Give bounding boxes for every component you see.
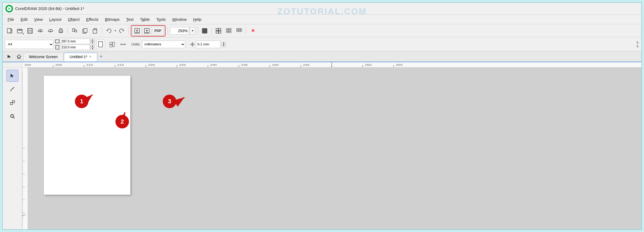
height-input[interactable]: [60, 45, 90, 50]
sep1: [68, 27, 68, 35]
nudge-input[interactable]: [196, 41, 220, 48]
width-down[interactable]: ▼: [90, 41, 95, 44]
zoom-dropdown[interactable]: ▾: [190, 27, 195, 35]
svg-text:225: 225: [179, 64, 186, 66]
svg-rect-25: [216, 28, 218, 31]
menu-bitmaps[interactable]: Bitmaps: [102, 16, 122, 23]
pdf-button[interactable]: PDF: [152, 26, 164, 35]
svg-rect-45: [110, 45, 112, 47]
select-tool[interactable]: [6, 70, 18, 82]
page-size-select[interactable]: A4 A3 Letter: [5, 40, 54, 49]
svg-rect-5: [28, 28, 32, 30]
canvas-area: 175: [3, 68, 641, 229]
svg-rect-40: [240, 30, 242, 32]
svg-rect-15: [84, 28, 87, 32]
svg-text:200: 200: [24, 64, 31, 66]
cut-icon[interactable]: [70, 26, 79, 35]
grid-button[interactable]: [214, 26, 223, 35]
tab-add-button[interactable]: +: [98, 53, 104, 60]
copy-icon[interactable]: [80, 26, 89, 35]
paste-icon[interactable]: [91, 26, 100, 35]
svg-rect-42: [56, 45, 59, 49]
menu-effects[interactable]: Effects: [84, 16, 101, 23]
svg-text:255: 255: [396, 64, 403, 66]
svg-rect-28: [219, 31, 221, 33]
svg-rect-31: [226, 32, 228, 33]
freehand-tool[interactable]: [6, 83, 18, 95]
svg-text:230: 230: [210, 64, 217, 66]
svg-text:235: 235: [241, 64, 248, 66]
view-full-button[interactable]: [200, 26, 209, 35]
menu-text[interactable]: Text: [124, 16, 137, 23]
height-spinners: ▲ ▼: [90, 45, 95, 50]
nudge-group: ▲ ▼: [190, 41, 226, 48]
title-text: CorelDRAW 2020 (64-Bit) - Untitled-1*: [15, 6, 84, 11]
title-bar: CorelDRAW 2020 (64-Bit) - Untitled-1* ZO…: [3, 3, 641, 15]
toolbar1: + ▾: [3, 24, 641, 37]
undo-dropdown[interactable]: ▾: [115, 29, 116, 32]
tab-close-icon[interactable]: ✕: [89, 55, 92, 59]
nudge-up[interactable]: ▲: [221, 42, 226, 44]
home-button[interactable]: [15, 52, 23, 61]
redo-button[interactable]: [117, 26, 126, 35]
ruler-row: 200 205 210 215 220 225 230 235 240 245: [3, 62, 641, 68]
menu-window[interactable]: Window: [170, 16, 189, 23]
import-pdf-group: PDF: [131, 25, 165, 37]
menu-file[interactable]: File: [5, 16, 17, 23]
menu-tools[interactable]: Tools: [154, 16, 168, 23]
ruler-vertical: 175: [22, 68, 28, 229]
tool-selector[interactable]: [5, 52, 14, 61]
svg-rect-38: [237, 30, 238, 32]
snap-group: 5. 5.: [637, 41, 639, 48]
tab-document[interactable]: Untitled-1* ✕: [64, 53, 97, 61]
close-button[interactable]: ✕: [248, 26, 257, 35]
zoom-tool[interactable]: [6, 110, 18, 122]
new-button[interactable]: +: [5, 26, 14, 35]
svg-rect-37: [240, 28, 242, 30]
page-options-button[interactable]: [108, 40, 117, 49]
zoom-input[interactable]: [170, 27, 189, 35]
cloud-download-button[interactable]: [46, 26, 55, 35]
snap-y-value: 5.: [637, 45, 639, 48]
annotation-1: 1: [75, 95, 88, 108]
sep4: [168, 27, 168, 35]
save-button[interactable]: [25, 26, 35, 35]
height-down[interactable]: ▼: [90, 47, 95, 50]
pdf-label: PDF: [154, 29, 161, 33]
menu-edit[interactable]: Edit: [18, 16, 30, 23]
canvas-content[interactable]: 1 2 3: [28, 68, 641, 229]
cloud-upload-button[interactable]: [36, 26, 45, 35]
zoom-group: ▾: [170, 27, 195, 35]
width-input[interactable]: [60, 39, 90, 44]
svg-line-87: [13, 117, 15, 118]
svg-rect-84: [12, 101, 15, 103]
import-up-button[interactable]: [142, 26, 151, 35]
grid2-button[interactable]: [224, 26, 233, 35]
menu-layout[interactable]: Layout: [47, 16, 64, 23]
undo-button[interactable]: [104, 26, 114, 35]
portrait-button[interactable]: [96, 40, 105, 49]
tab-welcome[interactable]: Welcome Screen: [23, 53, 63, 61]
transform-tool[interactable]: [6, 97, 18, 109]
tab-bar: Welcome Screen Untitled-1* ✕ +: [3, 51, 641, 62]
open-button[interactable]: ▾: [15, 26, 24, 35]
svg-text:215: 215: [117, 64, 124, 66]
import-down-button[interactable]: [132, 26, 142, 35]
svg-text:250: 250: [365, 64, 372, 66]
print-button[interactable]: [56, 26, 65, 35]
menu-view[interactable]: View: [31, 16, 45, 23]
svg-rect-34: [229, 32, 231, 33]
grid3-button[interactable]: [234, 26, 244, 35]
svg-rect-27: [216, 31, 218, 33]
menu-help[interactable]: Help: [190, 16, 204, 23]
measure-button[interactable]: [118, 40, 128, 49]
nudge-spinners: ▲ ▼: [221, 42, 226, 47]
svg-rect-17: [94, 28, 96, 30]
menu-object[interactable]: Object: [65, 16, 82, 23]
svg-rect-83: [10, 102, 12, 105]
nudge-down[interactable]: ▼: [221, 44, 226, 47]
height-up[interactable]: ▲: [90, 45, 95, 47]
menu-table[interactable]: Table: [137, 16, 152, 23]
width-up[interactable]: ▲: [90, 39, 95, 41]
units-select[interactable]: millimeters inches pixels: [142, 41, 185, 48]
